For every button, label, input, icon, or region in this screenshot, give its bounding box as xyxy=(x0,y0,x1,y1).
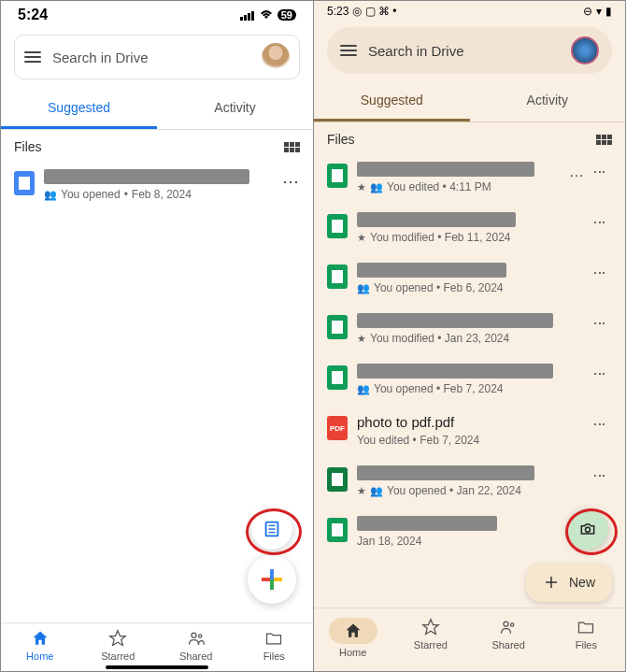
nav-shared[interactable]: Shared xyxy=(157,629,235,662)
more-icon[interactable]: ⋮ xyxy=(593,162,612,177)
svg-point-13 xyxy=(504,622,508,626)
file-title-redacted xyxy=(357,465,534,480)
shared-icon: 👥 xyxy=(357,282,370,294)
more-icon[interactable]: ⋯ xyxy=(281,169,300,190)
search-placeholder: Search in Drive xyxy=(52,50,250,65)
sheets-icon xyxy=(327,365,348,390)
status-time: 5:24 xyxy=(18,7,48,23)
camera-icon xyxy=(578,520,597,538)
file-item[interactable]: PDF photo to pdf.pdf You edited • Feb 7,… xyxy=(314,405,625,456)
new-fab[interactable] xyxy=(248,555,296,604)
status-bar: 5:24 59 xyxy=(1,1,313,25)
shared-icon: 👥 xyxy=(370,485,383,497)
search-bar[interactable]: Search in Drive xyxy=(327,27,612,74)
nav-files[interactable]: Files xyxy=(548,618,625,658)
file-item[interactable]: 👥 You opened • Feb 6, 2024 ⋮ xyxy=(314,253,625,304)
shared-icon: 👥 xyxy=(44,189,57,201)
menu-icon[interactable] xyxy=(340,45,357,56)
new-fab[interactable]: New xyxy=(526,563,612,602)
folder-icon xyxy=(264,629,283,648)
search-bar[interactable]: Search in Drive xyxy=(14,35,300,79)
docs-icon xyxy=(14,171,35,195)
excel-icon xyxy=(327,467,348,492)
more-icon[interactable]: ⋮ xyxy=(593,313,612,328)
bottom-nav: Home Starred Shared Files xyxy=(314,608,625,671)
file-item[interactable]: 👥 You opened • Feb 8, 2024 ⋯ xyxy=(1,160,313,210)
tab-activity[interactable]: Activity xyxy=(157,89,313,129)
tab-suggested[interactable]: Suggested xyxy=(314,81,470,122)
svg-point-9 xyxy=(198,635,201,637)
file-title-redacted xyxy=(357,516,497,531)
view-grid-icon[interactable] xyxy=(596,135,612,145)
nav-home[interactable]: Home xyxy=(314,618,391,658)
nav-home[interactable]: Home xyxy=(1,629,79,662)
scan-fab[interactable] xyxy=(251,508,292,550)
section-header: Files xyxy=(1,130,313,160)
battery-icon: ▮ xyxy=(605,5,612,18)
nav-shared[interactable]: Shared xyxy=(470,618,548,658)
tabs: Suggested Activity xyxy=(1,89,313,130)
svg-point-8 xyxy=(192,633,196,637)
scan-icon xyxy=(262,519,282,539)
file-item[interactable]: ★ 👥 You opened • Jan 22, 2024 ⋮ xyxy=(314,456,625,507)
file-meta: Jan 18, 2024 xyxy=(357,535,584,548)
file-item[interactable]: ★ You modified • Jan 23, 2024 ⋮ xyxy=(314,304,625,354)
camera-fab[interactable] xyxy=(567,508,608,550)
star-icon: ★ xyxy=(357,485,366,497)
sheets-icon xyxy=(327,164,348,188)
people-icon xyxy=(187,629,206,648)
star-icon: ★ xyxy=(357,232,366,244)
tabs: Suggested Activity xyxy=(314,81,625,122)
battery-icon: 59 xyxy=(277,9,296,21)
nav-starred[interactable]: Starred xyxy=(391,618,469,658)
plus-icon xyxy=(543,574,560,591)
nav-files[interactable]: Files xyxy=(235,629,314,662)
sheets-icon xyxy=(327,265,348,289)
tab-suggested[interactable]: Suggested xyxy=(1,89,157,129)
section-label: Files xyxy=(327,132,355,147)
more-icon[interactable]: ⋮ xyxy=(593,263,612,278)
sheets-icon xyxy=(327,518,348,542)
file-item[interactable]: 👥 You opened • Feb 7, 2024 ⋮ xyxy=(314,354,625,405)
avatar[interactable] xyxy=(571,36,599,64)
file-title-redacted xyxy=(357,313,553,328)
file-item[interactable]: ★ You modified • Feb 11, 2024 ⋮ xyxy=(314,203,625,253)
svg-rect-0 xyxy=(240,17,243,21)
star-icon xyxy=(421,618,440,636)
new-label: New xyxy=(569,575,595,590)
more-icon[interactable]: ⋮ xyxy=(593,414,612,429)
status-icons: ⊖ ▾ ▮ xyxy=(583,5,612,18)
file-title: photo to pdf.pdf xyxy=(357,414,584,430)
bottom-nav: Home Starred Shared Files xyxy=(1,622,313,671)
files-list: ★ 👥 You edited • 4:11 PM … ⋮ ★ You modif… xyxy=(314,152,625,557)
star-icon xyxy=(108,629,127,648)
nav-starred[interactable]: Starred xyxy=(79,629,158,662)
file-meta: 👥 You opened • Feb 7, 2024 xyxy=(357,382,584,395)
shared-icon: 👥 xyxy=(357,383,370,395)
file-meta: ★ You modified • Jan 23, 2024 xyxy=(357,332,584,345)
tab-activity[interactable]: Activity xyxy=(470,81,626,122)
file-meta: You edited • Feb 7, 2024 xyxy=(357,434,584,447)
svg-rect-2 xyxy=(248,13,250,21)
file-meta: ★ You modified • Feb 11, 2024 xyxy=(357,231,584,244)
more-icon[interactable]: ⋮ xyxy=(593,465,612,480)
file-title-redacted xyxy=(357,212,516,227)
svg-rect-1 xyxy=(244,15,247,21)
file-meta: 👥 You opened • Feb 8, 2024 xyxy=(44,188,272,201)
svg-point-10 xyxy=(586,527,590,532)
wifi-icon: ▾ xyxy=(596,5,602,18)
status-time: 5:23 xyxy=(327,5,349,18)
more-icon[interactable]: ⋮ xyxy=(593,212,612,227)
more-icon[interactable]: ⋮ xyxy=(593,364,612,379)
view-grid-icon[interactable] xyxy=(284,142,300,152)
overflow-text-icon: … xyxy=(569,162,584,180)
file-title-redacted xyxy=(357,364,553,379)
star-icon: ★ xyxy=(357,181,366,193)
file-meta: ★ 👥 You opened • Jan 22, 2024 xyxy=(357,484,584,497)
avatar[interactable] xyxy=(262,43,290,71)
status-bar: 5:23 ◎ ▢ ⌘ • ⊖ ▾ ▮ xyxy=(314,1,625,20)
file-title-redacted xyxy=(357,263,506,278)
file-item[interactable]: ★ 👥 You edited • 4:11 PM … ⋮ xyxy=(314,152,625,203)
section-label: Files xyxy=(14,139,42,154)
menu-icon[interactable] xyxy=(24,51,41,63)
